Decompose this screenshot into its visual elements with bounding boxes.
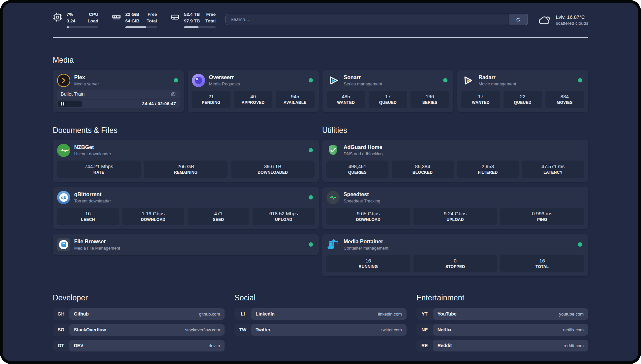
cpu-stat: 7% 3.24 CPU Load — [53, 11, 98, 28]
section-title-entertainment: Entertainment — [416, 293, 588, 302]
section-media: Media Plex Media server — [53, 56, 588, 112]
link-row-github[interactable]: GH Github github.com — [53, 308, 225, 320]
nzbget-icon: nzbget — [57, 144, 70, 157]
stat-tile: 744.21 Mbps RATE — [57, 161, 141, 178]
stat-tile: 16 TOTAL — [500, 255, 584, 272]
stat-label: AVAILABLE — [277, 100, 313, 105]
pause-icon[interactable] — [61, 102, 64, 106]
app-name: qBittorrent — [74, 192, 305, 197]
status-dot — [443, 78, 447, 82]
memory-total-label: Total — [147, 18, 157, 24]
radarr-icon — [461, 74, 474, 87]
stat-tile: 9.65 Gbps DOWNLOAD — [326, 208, 410, 225]
app-card-filebrowser[interactable]: File Browser Media File Management — [53, 234, 319, 255]
app-card-qbittorrent[interactable]: qb qBittorrent Torrent downloader 16 LEE… — [53, 187, 319, 229]
overseerr-icon — [192, 74, 205, 87]
app-card-radarr[interactable]: Radarr Movie management 17 WANTED 2 — [457, 70, 588, 112]
section-title-documents: Documents & Files — [53, 126, 319, 135]
link-row-twitter[interactable]: TW Twitter twitter.com — [234, 324, 406, 336]
filebrowser-icon — [57, 238, 70, 251]
qbittorrent-icon: qb — [57, 191, 70, 204]
app-name: Overseerr — [209, 75, 305, 80]
app-description: Media Requests — [209, 81, 305, 86]
storage-free-value: 52.4 TB — [184, 11, 200, 18]
window-frame: 7% 3.24 CPU Load — [0, 0, 641, 364]
stat-tile: 22 QUEUED — [504, 91, 542, 108]
cpu-usage-value: 7% — [67, 11, 75, 18]
dashboard: 7% 3.24 CPU Load — [3, 3, 638, 361]
app-card-portainer[interactable]: Media Portainer Container management 16 … — [322, 234, 588, 276]
link-row-youtube[interactable]: YT YouTube youtube.com — [416, 308, 588, 320]
stat-label: REMAINING — [145, 170, 227, 175]
app-description: Usenet downloader — [74, 151, 305, 156]
plex-progress-bar: 24:44 / 02:06:47 — [57, 100, 180, 108]
link-row-linkedin[interactable]: LI LinkedIn linkedin.com — [234, 308, 406, 320]
stat-label: FILTERED — [458, 170, 518, 175]
link-url: youtube.com — [559, 312, 584, 317]
search-bar: G — [226, 14, 528, 25]
app-description: Media server — [74, 81, 170, 86]
stat-tile: 21 PENDING — [192, 91, 230, 108]
stat-value: 17 — [463, 94, 499, 99]
stat-label: LATENCY — [523, 170, 583, 175]
camera-icon — [170, 91, 176, 97]
stat-tile: 17 QUEUED — [369, 91, 407, 108]
link-row-reddit[interactable]: RE Reddit reddit.com — [416, 340, 588, 351]
system-stats: 7% 3.24 CPU Load — [53, 11, 216, 28]
cpu-load-value: 3.24 — [67, 18, 75, 24]
stat-value: 16 — [328, 258, 409, 263]
adguard-icon — [326, 144, 340, 157]
stat-label: RUNNING — [328, 264, 409, 269]
search-input[interactable] — [226, 14, 509, 25]
weather-condition: scattered clouds — [556, 21, 588, 26]
app-name: Plex — [74, 75, 170, 80]
stat-value: 744.21 Mbps — [58, 164, 139, 169]
stat-label: DOWNLOAD — [124, 217, 183, 222]
link-abbr: GH — [53, 308, 69, 320]
section-title-social: Social — [234, 293, 406, 302]
stat-value: 1.19 Gbps — [124, 211, 183, 216]
app-card-speedtest[interactable]: Speedtest Speedtest Tracking 9.65 Gbps D… — [322, 187, 588, 229]
status-dot — [309, 195, 313, 199]
link-row-dev[interactable]: DT DEV dev.to — [53, 340, 225, 351]
stat-label: DOWNLOADED — [232, 170, 313, 175]
search-provider-button[interactable]: G — [509, 14, 528, 25]
app-card-plex[interactable]: Plex Media server Bullet Train — [53, 70, 184, 112]
link-row-stackoverflow[interactable]: SO StackOverflow stackoverflow.com — [53, 324, 225, 336]
cpu-label: CPU — [88, 11, 98, 18]
app-card-nzbget[interactable]: nzbget NZBGet Usenet downloader 744.21 M… — [53, 140, 319, 182]
stat-tile: 40 APPROVED — [234, 91, 272, 108]
memory-free-label: Free — [147, 11, 157, 18]
stat-label: QUEUED — [505, 100, 541, 105]
app-name: Speedtest — [344, 192, 584, 197]
plex-icon — [57, 74, 70, 87]
stat-value: 0 — [415, 258, 496, 263]
stat-value: 47.571 ms — [523, 164, 583, 169]
stat-tile: 9.24 Gbps UPLOAD — [413, 208, 497, 225]
stat-tile: 485 WANTED — [327, 91, 365, 108]
section-documents: Documents & Files nzbget NZBGet Usenet d… — [53, 126, 319, 255]
stat-label: SERIES — [412, 100, 448, 105]
link-abbr: DT — [53, 340, 69, 351]
cloud-icon — [538, 14, 552, 25]
link-url: netflix.com — [563, 327, 584, 332]
app-name: Radarr — [478, 75, 574, 80]
link-name: YouTube — [438, 311, 457, 317]
stat-label: DOWNLOAD — [328, 217, 409, 222]
app-name: Media Portainer — [344, 239, 574, 245]
section-developer: Developer GH Github github.com SO — [53, 293, 225, 351]
link-row-netflix[interactable]: NF Netflix netflix.com — [416, 324, 588, 336]
sonarr-icon — [327, 74, 340, 87]
app-card-adguard[interactable]: AdGuard Home DNS and adblocking 498,461 … — [322, 140, 588, 182]
stat-label: APPROVED — [235, 100, 271, 105]
link-url: reddit.com — [564, 343, 584, 348]
link-url: dev.to — [209, 343, 220, 348]
app-card-overseerr[interactable]: Overseerr Media Requests 21 PENDING — [188, 70, 319, 112]
stat-value: 39.6 TB — [232, 164, 313, 169]
app-name: File Browser — [74, 239, 305, 245]
cpu-progress-bar — [67, 26, 98, 28]
app-card-sonarr[interactable]: Sonarr Series management 485 WANTED — [322, 70, 454, 112]
stat-value: 9.24 Gbps — [415, 211, 496, 216]
section-title-developer: Developer — [53, 293, 225, 302]
cpu-load-label: Load — [88, 18, 98, 24]
